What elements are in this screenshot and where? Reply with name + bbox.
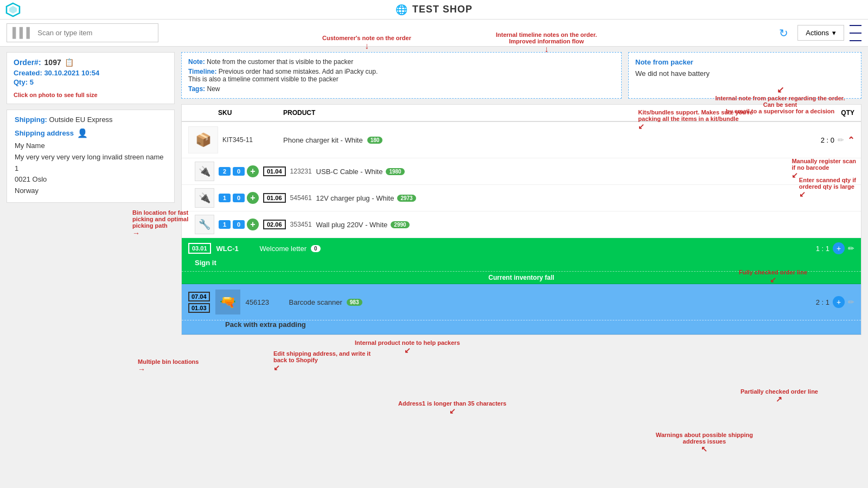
add-sub2-button[interactable]: + [247,192,259,204]
kit-row-main: 📦 KIT345-11 Phone charger kit - White 18… [182,122,861,158]
menu-button[interactable] [850,23,861,43]
ann-shipping-edit: Edit shipping address, and write itback … [273,350,371,372]
refresh-icon: ↻ [779,27,788,39]
edit-address-icon[interactable]: 👤 [77,128,88,138]
tags-line: Tags: New [188,85,615,93]
shipping-address-title: Shipping address 👤 [15,128,167,138]
bin-loc-2: 01.06 [263,193,286,203]
green-plus-icon[interactable]: + [833,242,845,254]
sub-thumb-2: 🔌 [195,188,214,208]
scan-input[interactable] [37,29,146,37]
refresh-button[interactable]: ↻ [775,24,792,42]
ann-address-warning: Address1 is longer than 35 characters ↙ [398,400,506,415]
blue-edit-icon[interactable]: ✏ [848,298,854,306]
green-row-main: 03.01 WLC-1 Welcome letter 0 1 : 1 + ✏ [182,238,861,259]
bin-loc-1: 01.04 [263,166,286,176]
barcode-icon: ▌▌▌ [12,27,33,38]
blue-bin-locs: 07.04 01.03 [188,292,210,313]
green-bin-loc: 03.01 [188,243,211,254]
app-title: 🌐 TEST SHOP [395,4,473,16]
shipping-address: My Name My very very very very long inva… [15,140,167,197]
kit-sku: KIT345-11 [218,136,283,144]
note-line: Note: Note from the customer that is vis… [188,58,615,66]
green-name: Welcome letter 0 [260,245,816,253]
scan-input-wrapper[interactable]: ▌▌▌ [7,23,158,42]
blue-plus-icon[interactable]: + [833,296,845,308]
ann-customer-note: Customerer's note on the order ↓ [322,35,411,51]
ann-partially-checked: Partially checked order line ↗ [741,388,818,403]
center-area: Note: Note from the customer that is vis… [181,52,861,486]
order-qty: Qty: 5 [14,78,168,86]
ann-fully-checked: Fully checked order line ↙ [739,269,807,284]
photo-hint: Click on photo to see full size [14,92,168,98]
sub-sku-1: 123231 [290,168,312,175]
hamburger-icon [850,23,861,43]
actions-label: Actions [806,29,829,37]
order-created: Created: 30.10.2021 10:54 [14,69,168,77]
packer-note-title: Note from packer [635,58,854,66]
order-number: Order#: 1097 📋 [14,58,168,67]
kit-qty: 2 : 0 ✏ ⌃ [800,135,854,145]
ann-multiple-bins: Multiple bin locations → [138,358,199,374]
sub-sku-2: 545461 [290,194,312,202]
sub-item-1: 🔌 2 0 + 01.04 123231 USB-C Cable - White… [182,158,861,184]
blue-qty: 2 : 1 + ✏ [816,296,854,308]
shipping-label-row: Shipping: Outside EU Express [15,115,167,124]
blue-product-thumb: 🔫 [215,290,240,314]
blue-bin-1: 07.04 [188,292,210,301]
kit-row: 📦 KIT345-11 Phone charger kit - White 18… [182,122,861,238]
edit-qty-icon[interactable]: ✏ [838,136,844,144]
blue-sku: 456123 [246,298,289,306]
blue-row-main: 07.04 01.03 🔫 456123 Barcode scanner 983 [182,284,861,320]
globe-icon: 🌐 [395,4,408,16]
green-qty: 1 : 1 + ✏ [816,242,854,254]
product-image-placeholder: 📦 [195,132,212,147]
actions-button[interactable]: Actions ▾ [797,25,844,41]
sub-item-3: 🔧 1 0 + 02.06 353451 Wall plug 220V - Wh… [182,211,861,237]
header: 🌐 TEST SHOP [0,0,868,20]
blue-subnote: Pack with extra padding [182,320,861,334]
ann-bin-location: Bin location for fastpicking and optimal… [132,209,188,237]
add-sub1-button[interactable]: + [247,165,259,177]
blue-bin-2: 01.03 [188,303,210,313]
sub-name-3: Wall plug 220V - White 2990 [316,221,854,229]
topbar: ▌▌▌ ↻ Actions ▾ [0,20,868,47]
green-sku: WLC-1 [216,245,260,253]
copy-icon[interactable]: 📋 [65,58,74,67]
shipping-box: Shipping: Outside EU Express Shipping ad… [7,110,175,203]
ann-kits: Kits/bundles support. Makes sure you'rep… [638,109,753,131]
order-info: Order#: 1097 📋 Created: 30.10.2021 10:54… [7,52,175,104]
left-panel: Order#: 1097 📋 Created: 30.10.2021 10:54… [7,52,175,486]
add-sub3-button[interactable]: + [247,219,259,230]
th-sku: SKU [218,109,283,117]
shop-name: TEST SHOP [412,4,473,15]
sub-sku-3: 353451 [290,221,312,228]
ann-shipping-warnings: Warnings about possible shippingaddress … [656,432,753,453]
svg-marker-1 [9,6,17,14]
sub-item-2: 🔌 1 0 + 01.06 545461 12V charger plug - … [182,184,861,211]
product-thumbnail[interactable]: 📦 [188,126,218,153]
blue-row: 07.04 01.03 🔫 456123 Barcode scanner 983 [182,284,861,335]
bin-loc-3: 02.06 [263,220,286,229]
sub-thumb-1: 🔌 [195,162,214,181]
app-logo [5,2,21,17]
sub-name-2: 12V charger plug - White 2973 [316,194,854,202]
dropdown-arrow-icon: ▾ [832,29,836,37]
customer-note-panel: Note: Note from the customer that is vis… [181,52,622,99]
packer-note-text: We did not have battery [635,69,854,78]
timeline-line: Timeline: Previous order had some mistak… [188,68,615,83]
green-edit-icon[interactable]: ✏ [848,244,854,253]
sub-thumb-3: 🔧 [195,215,214,234]
kit-name: Phone charger kit - White 180 [283,136,800,144]
sub-name-1: USB-C Cable - White 1980 [316,168,854,176]
green-badge: 0 [311,245,321,252]
blue-name: Barcode scanner 983 [289,298,816,306]
ann-manual-scan: Manually register scanif no barcode ↙ [792,158,856,179]
ann-scanned-qty: Enter scanned qty ifordered qty is large… [799,177,856,198]
ann-timeline: Internal timeline notes on the order.Imp… [496,31,597,54]
product-table: SKU PRODUCT QTY 📦 KIT345-11 Phone charge… [181,104,861,335]
expand-icon[interactable]: ⌃ [847,135,854,145]
